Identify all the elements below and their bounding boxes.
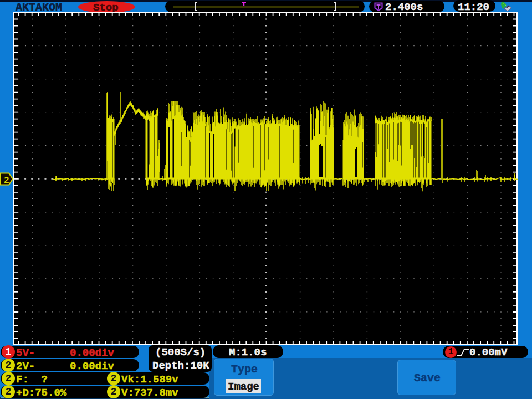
svg-text:2: 2 [4, 176, 9, 186]
